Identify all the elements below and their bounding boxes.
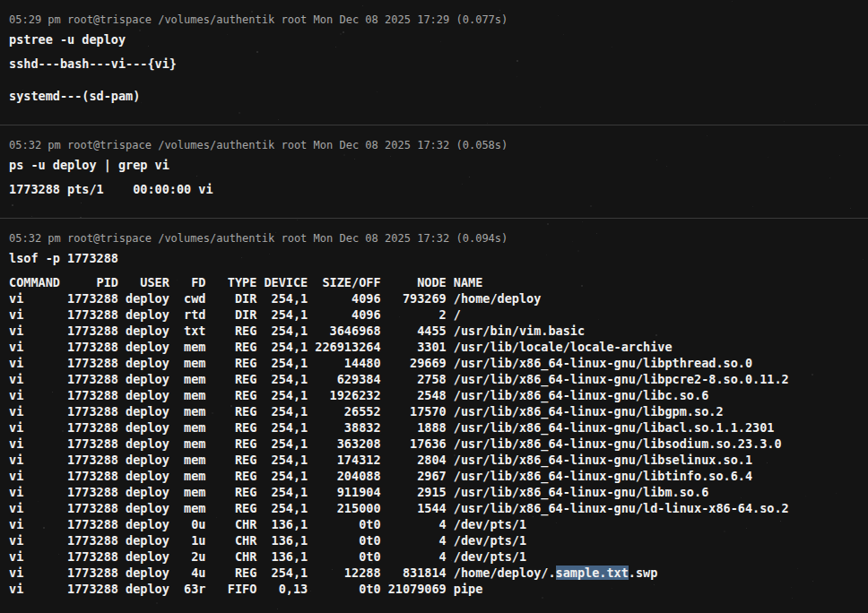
lsof-row: vi 1773288 deploy mem REG 254,1 14480 29… [9,355,859,371]
prompt-line: 05:32 pm root@trispace /volumes/authenti… [9,137,859,153]
prompt-line: 05:29 pm root@trispace /volumes/authenti… [9,12,859,28]
lsof-row: vi 1773288 deploy 2u CHR 136,1 0t0 4 /de… [9,548,859,565]
lsof-row: vi 1773288 deploy mem REG 254,1 22691326… [9,339,859,355]
lsof-row: vi 1773288 deploy mem REG 254,1 911904 2… [9,484,859,500]
lsof-row: vi 1773288 deploy mem REG 254,1 204088 2… [9,468,859,484]
lsof-row: vi 1773288 deploy 63r FIFO 0,13 0t0 2107… [9,581,859,597]
command-output: 1773288 pts/1 00:00:00 vi [9,181,859,197]
lsof-row: vi 1773288 deploy mem REG 254,1 629384 2… [9,371,859,387]
lsof-row: vi 1773288 deploy 4u REG 254,1 12288 831… [9,565,859,581]
lsof-row: vi 1773288 deploy mem REG 254,1 215000 1… [9,500,859,516]
command-block: 05:29 pm root@trispace /volumes/authenti… [0,0,868,125]
lsof-header-row: COMMAND PID USER FD TYPE DEVICE SIZE/OFF… [9,274,859,290]
lsof-row: vi 1773288 deploy mem REG 254,1 38832 18… [9,419,859,436]
command-block: 05:32 pm root@trispace /volumes/authenti… [0,125,868,218]
command-block: 05:32 pm root@trispace /volumes/authenti… [0,218,868,613]
selection-highlight: sample.txt [556,566,629,580]
lsof-row: vi 1773288 deploy mem REG 254,1 1926232 … [9,387,859,403]
lsof-row: vi 1773288 deploy mem REG 254,1 26552 17… [9,403,859,419]
lsof-row: vi 1773288 deploy txt REG 254,1 3646968 … [9,323,859,339]
command-output: sshd---bash---vi---{vi} systemd---(sd-pa… [9,56,859,104]
lsof-row: vi 1773288 deploy cwd DIR 254,1 4096 793… [9,290,859,306]
prompt-line: 05:32 pm root@trispace /volumes/authenti… [9,230,859,246]
command-output: COMMAND PID USER FD TYPE DEVICE SIZE/OFF… [9,274,859,597]
lsof-row: vi 1773288 deploy 1u CHR 136,1 0t0 4 /de… [9,532,859,548]
command-line: ps -u deploy | grep vi [9,157,859,173]
command-line: lsof -p 1773288 [9,250,859,266]
lsof-row: vi 1773288 deploy 0u CHR 136,1 0t0 4 /de… [9,516,859,532]
command-line: pstree -u deploy [9,31,859,47]
lsof-row: vi 1773288 deploy mem REG 254,1 363208 1… [9,436,859,452]
lsof-row: vi 1773288 deploy rtd DIR 254,1 4096 2 / [9,306,859,323]
lsof-row: vi 1773288 deploy mem REG 254,1 174312 2… [9,452,859,468]
terminal-scrollback[interactable]: 05:29 pm root@trispace /volumes/authenti… [0,0,868,613]
